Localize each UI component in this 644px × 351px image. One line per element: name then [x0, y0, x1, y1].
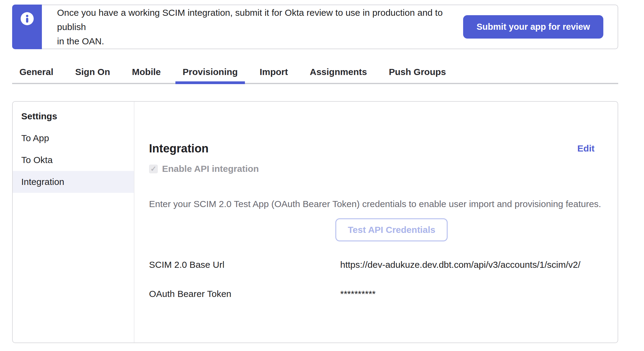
sidebar-item-to-app[interactable]: To App — [13, 127, 134, 149]
page-title: Integration — [149, 141, 208, 156]
integration-content: Integration Edit ✓ Enable API integratio… — [134, 102, 618, 342]
enable-api-integration-row: ✓ Enable API integration — [149, 164, 603, 174]
edit-link[interactable]: Edit — [577, 143, 595, 154]
info-icon — [21, 12, 34, 26]
banner-message-line2: in the OAN. — [57, 34, 463, 48]
tab-provisioning[interactable]: Provisioning — [175, 61, 245, 83]
test-api-credentials-button[interactable]: Test API Credentials — [335, 218, 448, 241]
tab-import[interactable]: Import — [252, 61, 295, 83]
info-banner: Once you have a working SCIM integration… — [12, 5, 618, 49]
tab-push-groups[interactable]: Push Groups — [381, 61, 453, 83]
oauth-bearer-token-value: ********** — [340, 288, 603, 300]
integration-heading-row: Integration Edit — [149, 141, 603, 156]
submit-app-for-review-button[interactable]: Submit your app for review — [463, 15, 603, 39]
enable-api-integration-checkbox[interactable]: ✓ — [149, 165, 158, 173]
tab-sign-on[interactable]: Sign On — [68, 61, 117, 83]
enable-api-integration-label: Enable API integration — [162, 164, 259, 174]
scim-base-url-row: SCIM 2.0 Base Url https://dev-adukuze.de… — [149, 259, 603, 271]
credentials-description: Enter your SCIM 2.0 Test App (OAuth Bear… — [149, 198, 603, 210]
banner-message-line1: Once you have a working SCIM integration… — [57, 5, 463, 34]
tab-general[interactable]: General — [12, 61, 61, 83]
tab-mobile[interactable]: Mobile — [125, 61, 168, 83]
info-banner-accent — [12, 5, 42, 49]
provisioning-panel: Settings To App To Okta Integration Inte… — [12, 101, 618, 343]
test-credentials-row: Test API Credentials — [149, 218, 603, 241]
oauth-bearer-token-label: OAuth Bearer Token — [149, 288, 340, 300]
tab-bar: General Sign On Mobile Provisioning Impo… — [12, 61, 618, 84]
sidebar-item-to-okta[interactable]: To Okta — [13, 149, 134, 171]
banner-message: Once you have a working SCIM integration… — [57, 5, 463, 48]
sidebar-heading-settings: Settings — [13, 105, 134, 127]
tab-assignments[interactable]: Assignments — [303, 61, 374, 83]
oauth-bearer-token-row: OAuth Bearer Token ********** — [149, 288, 603, 300]
scim-base-url-label: SCIM 2.0 Base Url — [149, 259, 340, 271]
scim-base-url-value: https://dev-adukuze.dev.dbt.com/api/v3/a… — [340, 259, 603, 271]
settings-sidebar: Settings To App To Okta Integration — [13, 102, 134, 342]
sidebar-item-integration[interactable]: Integration — [13, 171, 134, 193]
